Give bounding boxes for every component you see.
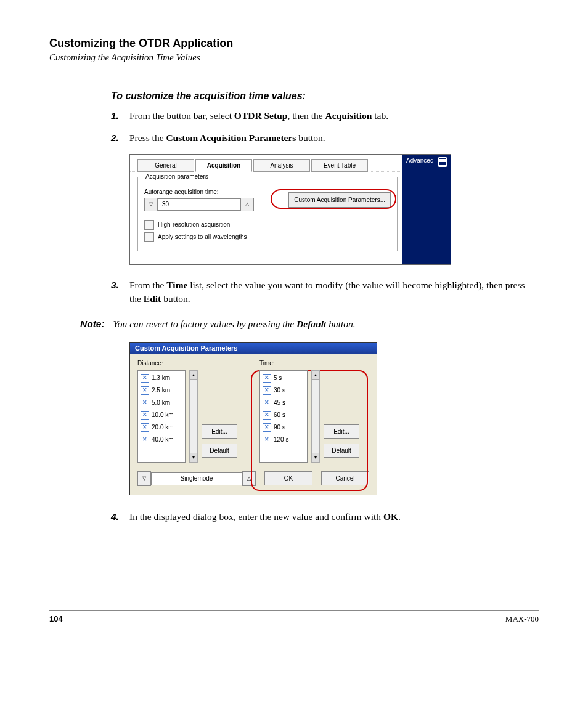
list-item-label: 1.3 km [152,375,170,381]
checkbox-icon[interactable] [144,232,154,242]
note-text: You can revert to factory values by pres… [113,318,356,330]
list-item[interactable]: ✕10.0 km [139,409,184,421]
text: button. [326,318,355,329]
autorange-value-field[interactable]: 30 [158,198,240,211]
text: . [398,511,401,522]
delete-icon[interactable]: ✕ [141,374,149,383]
text: From the [129,280,166,290]
list-item[interactable]: ✕2.5 km [139,384,184,397]
time-column: Time: ✕5 s ✕30 s ✕45 s ✕60 s ✕90 s ✕120 … [259,360,369,463]
delete-icon[interactable]: ✕ [263,423,271,432]
tab-acquisition[interactable]: Acquisition [195,159,252,172]
acquisition-parameters-group: Acquisition parameters Autorange acquisi… [137,177,398,251]
autorange-label: Autorange acquisition time: [144,189,284,195]
step-4: 4. In the displayed dialog box, enter th… [111,510,539,524]
mode-field[interactable]: Singlemode [151,472,242,485]
list-item[interactable]: ✕1.3 km [139,372,184,384]
step-number: 3. [111,278,129,306]
delete-icon[interactable]: ✕ [141,411,149,420]
scroll-up-icon[interactable]: ▴ [190,371,197,380]
delete-icon[interactable]: ✕ [141,423,149,432]
delete-icon[interactable]: ✕ [263,436,271,444]
step-2: 2. Press the Custom Acquisition Paramete… [111,131,539,145]
mode-stepper[interactable]: ▽ Singlemode △ [137,471,256,486]
list-item[interactable]: ✕120 s [261,434,306,446]
time-label: Time: [259,360,369,367]
page-number: 104 [49,614,63,624]
list-item-label: 5.0 km [152,399,170,406]
list-item-label: 30 s [274,387,285,394]
tab-event-table[interactable]: Event Table [311,159,368,172]
list-item[interactable]: ✕90 s [261,421,306,434]
list-item[interactable]: ✕5.0 km [139,397,184,409]
bold-text: Acquisition [325,110,372,121]
delete-icon[interactable]: ✕ [141,386,149,395]
list-item-label: 2.5 km [152,387,170,394]
default-button[interactable]: Default [324,444,359,458]
list-item-label: 10.0 km [152,412,174,418]
list-item-label: 5 s [274,375,282,381]
delete-icon[interactable]: ✕ [263,411,271,420]
autorange-stepper[interactable]: ▽ 30 △ [144,198,284,211]
step-text: Press the Custom Acquisition Parameters … [129,131,539,145]
list-item[interactable]: ✕40.0 km [139,434,184,446]
edit-button[interactable]: Edit... [324,424,359,439]
section-title: Customizing the Acquisition Time Values [49,52,539,63]
delete-icon[interactable]: ✕ [141,436,149,444]
checkbox-label: Apply settings to all wavelengths [158,233,247,240]
list-item-label: 60 s [274,412,285,418]
list-item[interactable]: ✕20.0 km [139,421,184,434]
default-button[interactable]: Default [202,444,237,458]
high-resolution-checkbox-row[interactable]: High-resolution acquisition [144,220,391,230]
list-item[interactable]: ✕60 s [261,409,306,421]
edit-button[interactable]: Edit... [202,424,237,439]
page-footer: 104 MAX-700 [49,610,539,624]
scrollbar[interactable]: ▴▾ [311,370,320,463]
scroll-down-icon[interactable]: ▾ [312,453,319,462]
decrement-button[interactable]: ▽ [144,198,158,211]
step-number: 1. [111,109,129,123]
tab-analysis[interactable]: Analysis [253,159,310,172]
decrement-button[interactable]: ▽ [137,471,151,486]
time-listbox[interactable]: ✕5 s ✕30 s ✕45 s ✕60 s ✕90 s ✕120 s [259,370,308,463]
bold-text: OTDR Setup [234,110,288,121]
scrollbar[interactable]: ▴▾ [189,370,198,463]
model-label: MAX-700 [505,614,539,624]
list-item[interactable]: ✕30 s [261,384,306,397]
scroll-up-icon[interactable]: ▴ [312,371,319,380]
delete-icon[interactable]: ✕ [141,399,149,407]
side-label: Advanced [406,157,433,164]
step-number: 2. [111,131,129,145]
keyboard-icon[interactable] [438,157,447,167]
checkbox-icon[interactable] [144,220,154,230]
list-item[interactable]: ✕45 s [261,397,306,409]
list-item-label: 120 s [274,436,288,443]
bold-text: OK [383,511,398,522]
text: , then the [287,110,325,121]
step-text: From the Time list, select the value you… [129,278,539,306]
list-item[interactable]: ✕5 s [261,372,306,384]
checkbox-label: High-resolution acquisition [158,221,230,228]
list-item-label: 45 s [274,399,285,406]
delete-icon[interactable]: ✕ [263,386,271,395]
increment-button[interactable]: △ [240,198,254,211]
text: From the button bar, select [129,110,234,121]
distance-listbox[interactable]: ✕1.3 km ✕2.5 km ✕5.0 km ✕10.0 km ✕20.0 k… [137,370,186,463]
highlight-annotation [271,189,396,209]
bold-text: Default [296,318,326,329]
delete-icon[interactable]: ✕ [263,374,271,383]
bold-text: Custom Acquisition Parameters [166,132,296,143]
step-number: 4. [111,510,129,524]
list-item-label: 40.0 km [152,436,174,443]
apply-all-wavelengths-checkbox-row[interactable]: Apply settings to all wavelengths [144,232,391,242]
tab-general[interactable]: General [137,159,194,172]
delete-icon[interactable]: ✕ [263,399,271,407]
distance-label: Distance: [137,360,247,367]
scroll-down-icon[interactable]: ▾ [190,453,197,462]
step-text: From the button bar, select OTDR Setup, … [129,109,539,123]
bold-text: Time [166,280,187,290]
text: Press the [129,132,166,143]
note: Note: You can revert to factory values b… [80,318,539,330]
procedure-heading: To customize the acquisition time values… [111,91,539,102]
bold-text: Edit [144,293,161,304]
